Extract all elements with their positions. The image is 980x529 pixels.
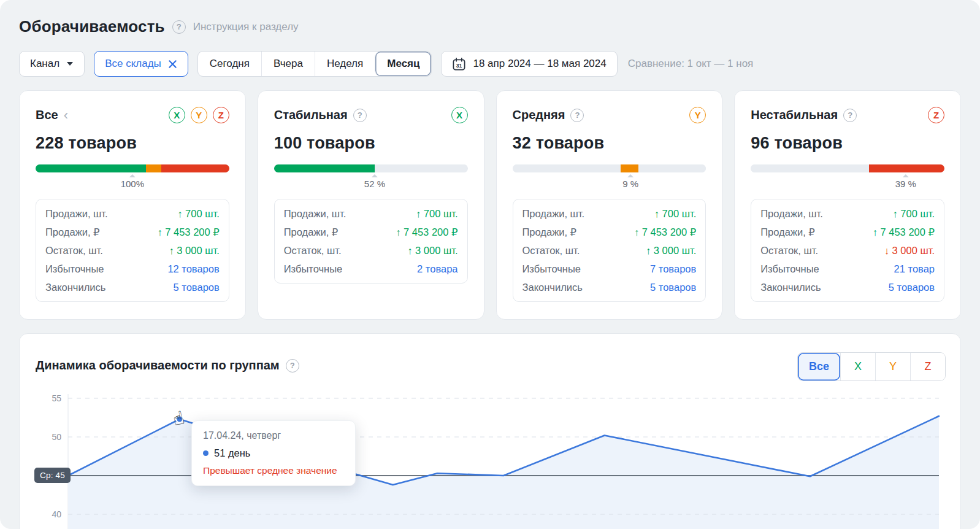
stat-value: ↑ 3 000 шт. [646, 245, 696, 257]
stat-row: Продажи, ₽↑ 7 453 200 ₽ [284, 223, 458, 241]
stat-value[interactable]: 5 товаров [889, 282, 935, 293]
product-count: 96 товаров [751, 134, 944, 153]
chart-tab-all[interactable]: Все [798, 353, 840, 380]
period-tab-2[interactable]: Неделя [315, 52, 375, 76]
stat-row: Продажи, ₽↑ 7 453 200 ₽ [45, 223, 220, 241]
progress-percent: 52 % [364, 179, 385, 189]
stat-value[interactable]: 5 товаров [650, 282, 696, 293]
progress-segment [513, 164, 621, 172]
chart-tooltip: 17.04.24, четверг 51 день Превышает сред… [191, 420, 356, 486]
stat-row: Остаток, шт.↑ 3 000 шт. [45, 241, 220, 260]
card-header: Все‹XYZ [36, 107, 229, 123]
group-badge-x[interactable]: X [169, 107, 185, 123]
chart-tab-z[interactable]: Z [910, 353, 945, 380]
period-tab-1[interactable]: Вчера [261, 52, 315, 76]
stat-value[interactable]: 5 товаров [174, 282, 220, 293]
stat-value[interactable]: 7 товаров [650, 263, 696, 275]
percent-row: 39 % [751, 176, 944, 191]
category-card-4: Нестабильная?Z96 товаров39 %Продажи, шт.… [734, 90, 961, 320]
stat-row: Продажи, шт.↑ 700 шт. [760, 204, 935, 223]
cards-row: Все‹XYZ228 товаров100%Продажи, шт.↑ 700 … [19, 90, 961, 320]
stat-row: Закончились5 товаров [45, 278, 220, 296]
comparison-label: Сравнение: 1 окт — 1 ноя [628, 58, 754, 70]
stat-row: Продажи, ₽↑ 7 453 200 ₽ [523, 223, 697, 241]
card-help-icon[interactable]: ? [843, 109, 857, 122]
group-badge-z[interactable]: Z [213, 107, 229, 123]
stat-value: ↑ 3 000 шт. [407, 245, 457, 257]
stat-value[interactable]: 2 товара [417, 263, 457, 275]
stat-label: Остаток, шт. [284, 245, 342, 257]
stat-row: Избыточные12 товаров [45, 260, 220, 278]
stat-row: Избыточные21 товар [760, 260, 935, 278]
stat-value: ↓ 3 000 шт. [884, 245, 935, 257]
section-help-icon[interactable]: ? [172, 20, 186, 34]
channel-dropdown[interactable]: Канал [19, 51, 85, 77]
category-card-1: Все‹XYZ228 товаров100%Продажи, шт.↑ 700 … [19, 90, 246, 320]
progress-segment [869, 164, 944, 172]
card-help-icon[interactable]: ? [570, 109, 584, 122]
chart-help-icon[interactable]: ? [286, 359, 299, 373]
progress-segment [36, 164, 146, 172]
group-badge-y[interactable]: Y [689, 107, 706, 123]
stat-label: Остаток, шт. [760, 245, 818, 257]
stat-label: Продажи, шт. [284, 208, 346, 220]
stat-value[interactable]: 12 товаров [167, 263, 219, 275]
stat-label: Продажи, шт. [760, 208, 823, 220]
group-badges: Y [689, 107, 706, 123]
y-tick-label: 40 [52, 509, 61, 519]
stat-label: Остаток, шт. [523, 245, 580, 257]
product-count: 228 товаров [36, 134, 229, 153]
stat-label: Избыточные [284, 263, 342, 275]
period-tab-0[interactable]: Сегодня [198, 52, 261, 76]
percent-row: 100% [36, 176, 229, 191]
y-tick-label: 50 [52, 432, 61, 442]
collapse-chevron-icon[interactable]: ‹ [64, 109, 68, 122]
chart-group-tabs: ВсеXYZ [797, 352, 946, 381]
group-badge-z[interactable]: Z [928, 107, 944, 123]
stats-box: Продажи, шт.↑ 700 шт.Продажи, ₽↑ 7 453 2… [751, 199, 944, 302]
line-chart-svg: 55504540 [20, 392, 962, 529]
chart-tab-y[interactable]: Y [875, 353, 910, 380]
tooltip-note: Превышает среднее значение [203, 465, 344, 476]
progress-segment [621, 164, 638, 172]
date-range-picker[interactable]: 31 18 апр 2024 — 18 мая 2024 [441, 51, 617, 77]
progress-segment [146, 164, 161, 172]
progress-bar [36, 164, 229, 172]
calendar-day-number: 31 [456, 63, 462, 69]
progress-bar [274, 164, 468, 172]
stats-box: Продажи, шт.↑ 700 шт.Продажи, ₽↑ 7 453 2… [513, 199, 706, 302]
page-title: Оборачиваемость [19, 17, 165, 36]
average-badge: Ср: 45 [34, 468, 71, 483]
warehouses-filter-chip[interactable]: Все склады [94, 51, 188, 77]
group-badges: X [451, 107, 468, 123]
group-badge-x[interactable]: X [451, 107, 468, 123]
stat-row: Продажи, шт.↑ 700 шт. [523, 204, 697, 223]
warehouses-chip-label: Все склады [105, 58, 161, 70]
chart-card: Динамика оборачиваемости по группам ? Вс… [19, 333, 961, 529]
card-help-icon[interactable]: ? [353, 109, 367, 122]
stat-row: Остаток, шт.↑ 3 000 шт. [523, 241, 697, 260]
stat-row: Продажи, шт.↑ 700 шт. [45, 204, 220, 223]
stats-box: Продажи, шт.↑ 700 шт.Продажи, ₽↑ 7 453 2… [274, 199, 468, 284]
tooltip-value: 51 день [214, 447, 250, 459]
filter-bar: Канал Все склады СегодняВчераНеделяМесяц… [19, 51, 961, 77]
stat-value[interactable]: 21 товар [894, 263, 935, 275]
progress-segment [161, 164, 229, 172]
period-tab-3[interactable]: Месяц [375, 52, 431, 76]
card-header: Средняя?Y [513, 107, 706, 123]
stat-label: Продажи, шт. [45, 208, 108, 220]
chart-tab-x[interactable]: X [840, 353, 875, 380]
stat-label: Продажи, ₽ [45, 226, 100, 238]
stat-value: ↑ 700 шт. [177, 208, 220, 220]
chart-plot-area: 55504540 [20, 392, 962, 529]
series-dot-icon [203, 450, 209, 456]
section-instruction-link[interactable]: Инструкция к разделу [193, 21, 299, 33]
group-badges: Z [928, 107, 944, 123]
close-icon[interactable] [168, 60, 177, 69]
stat-row: Остаток, шт.↑ 3 000 шт. [284, 241, 458, 260]
card-title: Нестабильная [751, 108, 838, 122]
group-badge-y[interactable]: Y [191, 107, 207, 123]
stats-box: Продажи, шт.↑ 700 шт.Продажи, ₽↑ 7 453 2… [36, 199, 229, 302]
percent-row: 9 % [513, 176, 706, 191]
stat-value: ↑ 3 000 шт. [169, 245, 219, 257]
